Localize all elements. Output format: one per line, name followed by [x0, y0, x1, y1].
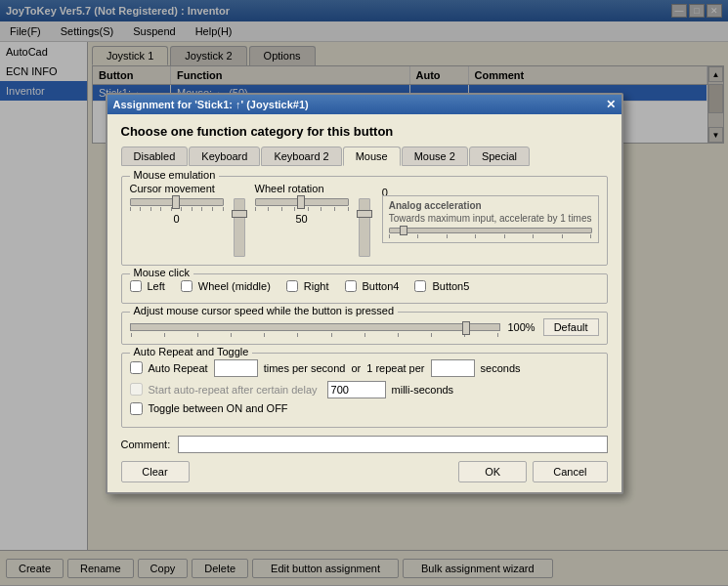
wheel-label: Wheel rotation — [255, 183, 349, 194]
milli-label: milli-seconds — [392, 384, 454, 396]
mouse-click-label: Mouse click — [130, 267, 193, 278]
vert-thumb[interactable] — [232, 210, 247, 218]
toggle-label: Toggle between ON and OFF — [149, 402, 288, 414]
ok-cancel-group: OK Cancel — [458, 461, 607, 482]
auto-repeat-check[interactable] — [130, 361, 143, 374]
start-delay-check[interactable] — [130, 383, 143, 396]
modal-title: Assignment for 'Stick1: ↑' (Joystick#1) — [113, 99, 309, 110]
wheel-slider-thumb[interactable] — [297, 195, 305, 209]
cancel-button[interactable]: Cancel — [533, 461, 607, 482]
tab-keyboard2[interactable]: Keyboard 2 — [261, 146, 341, 166]
check-button5-input[interactable] — [414, 280, 426, 292]
comment-label: Comment: — [121, 439, 171, 450]
speed-adjust-label: Adjust mouse cursor speed while the butt… — [130, 305, 399, 316]
analog-box: Analog acceleration Towards maximum inpu… — [382, 195, 599, 243]
vert-thumb2[interactable] — [357, 210, 372, 218]
auto-repeat-text: Auto Repeat — [149, 362, 208, 374]
check-left-input[interactable] — [130, 280, 142, 292]
mouse-emu-row: Cursor movement 0 — [130, 183, 599, 257]
check-button4-input[interactable] — [345, 280, 357, 292]
assignment-modal: Assignment for 'Stick1: ↑' (Joystick#1) … — [106, 93, 623, 494]
speed-row: 100% Default — [130, 318, 599, 336]
comment-row: Comment: — [121, 436, 608, 453]
or-label: or — [351, 362, 361, 374]
cursor-value: 0 — [130, 213, 224, 225]
speed-slider-thumb[interactable] — [462, 321, 470, 335]
auto-repeat-row1: Auto Repeat times per second or 1 repeat… — [130, 359, 599, 377]
cursor-label: Cursor movement — [130, 183, 224, 194]
milli-input[interactable] — [327, 381, 386, 398]
speed-slider-track[interactable] — [130, 323, 500, 331]
cursor-slider-track[interactable] — [130, 198, 224, 206]
check-button4[interactable]: Button4 — [345, 280, 400, 292]
modal-overlay: Assignment for 'Stick1: ↑' (Joystick#1) … — [0, 0, 728, 586]
tab-keyboard[interactable]: Keyboard — [189, 146, 260, 166]
check-left[interactable]: Left — [130, 280, 165, 292]
vertical-sep — [234, 198, 245, 257]
mouse-emulation-label: Mouse emulation — [130, 169, 220, 181]
ok-button[interactable]: OK — [458, 461, 527, 482]
modal-buttons: Clear OK Cancel — [121, 461, 608, 482]
tab-mouse2[interactable]: Mouse 2 — [402, 146, 468, 166]
check-right[interactable]: Right — [286, 280, 329, 292]
check-button5[interactable]: Button5 — [414, 280, 469, 292]
mouse-emulation-group: Mouse emulation Cursor movement — [121, 176, 608, 266]
cursor-slider-thumb[interactable] — [172, 195, 180, 209]
tab-special[interactable]: Special — [469, 146, 530, 166]
times-label: times per second — [264, 362, 346, 374]
repeat-per-label: 1 repeat per — [366, 362, 424, 374]
check-right-input[interactable] — [286, 280, 298, 292]
auto-repeat-row3: Toggle between ON and OFF — [130, 402, 599, 415]
seconds-label: seconds — [481, 362, 521, 374]
modal-heading: Choose one function category for this bu… — [121, 124, 608, 139]
wheel-slider-track[interactable] — [255, 198, 349, 206]
times-input[interactable] — [214, 359, 258, 377]
tab-mouse[interactable]: Mouse — [343, 146, 401, 166]
speed-adjust-group: Adjust mouse cursor speed while the butt… — [121, 312, 608, 345]
modal-close-icon[interactable]: ✕ — [606, 98, 616, 111]
wheel-right-value: 0 Analog acceleration Towards maximum in… — [380, 187, 599, 239]
cursor-section: Cursor movement 0 — [130, 183, 224, 225]
auto-repeat-group: Auto Repeat and Toggle Auto Repeat times… — [121, 353, 608, 428]
default-button[interactable]: Default — [543, 318, 599, 336]
tab-disabled[interactable]: Disabled — [121, 146, 189, 166]
check-wheel-input[interactable] — [181, 280, 193, 292]
vertical-sep2 — [359, 198, 370, 257]
analog-thumb[interactable] — [400, 226, 407, 235]
comment-input[interactable] — [178, 436, 607, 453]
func-tab-bar: Disabled Keyboard Keyboard 2 Mouse Mouse… — [121, 146, 608, 166]
mouse-click-row: Left Wheel (middle) Right Button4 — [130, 280, 599, 295]
auto-repeat-row2: Start auto-repeat after certain delay mi… — [130, 381, 599, 398]
start-delay-text: Start auto-repeat after certain delay — [149, 384, 318, 396]
wheel-value-display: 50 — [255, 213, 349, 225]
modal-body: Choose one function category for this bu… — [107, 114, 621, 492]
toggle-check[interactable] — [130, 402, 143, 415]
check-wheel[interactable]: Wheel (middle) — [181, 280, 271, 292]
wheel-section: Wheel rotation 50 — [255, 183, 349, 225]
analog-slider[interactable] — [389, 228, 592, 233]
speed-value: 100% — [508, 321, 535, 333]
auto-repeat-label: Auto Repeat and Toggle — [130, 346, 253, 357]
repeat-per-input[interactable] — [431, 359, 475, 377]
mouse-click-group: Mouse click Left Wheel (middle) Right — [121, 273, 608, 304]
clear-button[interactable]: Clear — [121, 461, 190, 482]
modal-title-bar: Assignment for 'Stick1: ↑' (Joystick#1) … — [107, 95, 621, 114]
